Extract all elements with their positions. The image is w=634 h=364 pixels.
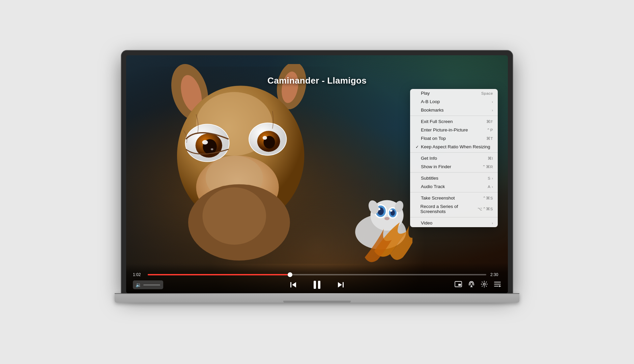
separator-2 xyxy=(410,152,498,153)
center-controls xyxy=(287,277,347,292)
laptop-screen-outer: Caminander - Llamigos Play Space xyxy=(121,51,513,293)
menu-label-subtitles: Subtitles xyxy=(421,176,438,181)
menu-item-play[interactable]: Play Space xyxy=(410,89,498,97)
svg-rect-41 xyxy=(343,282,344,287)
volume-bar[interactable] xyxy=(143,284,160,285)
arrow-bookmarks: › xyxy=(492,108,493,112)
controls-bar: 1:02 2:30 🔉 xyxy=(126,263,508,293)
left-controls: 🔉 xyxy=(133,280,163,289)
laptop-base xyxy=(115,293,519,303)
svg-point-33 xyxy=(390,210,393,212)
separator-1 xyxy=(410,116,498,116)
separator-4 xyxy=(410,192,498,192)
svg-point-34 xyxy=(384,217,390,220)
volume-control[interactable]: 🔉 xyxy=(133,280,163,289)
laptop-screen: Caminander - Llamigos Play Space xyxy=(126,55,508,293)
menu-item-record-screenshots[interactable]: Record a Series of Screenshots ⌥⌃⌘S xyxy=(410,202,498,216)
progress-row: 1:02 2:30 xyxy=(133,272,501,277)
menu-label-screenshot: Take Screenshot xyxy=(421,195,455,201)
menu-item-video[interactable]: Video › xyxy=(410,219,498,227)
progress-bar[interactable] xyxy=(148,274,486,275)
svg-rect-37 xyxy=(290,282,291,287)
svg-point-23 xyxy=(202,187,266,245)
shortcut-info: ⌘I xyxy=(488,156,493,161)
svg-marker-42 xyxy=(338,282,342,287)
shortcut-audio: A xyxy=(488,185,490,189)
menu-item-get-info[interactable]: Get Info ⌘I xyxy=(410,154,498,162)
context-menu: Play Space A-B Loop › xyxy=(410,89,498,227)
svg-point-12 xyxy=(211,148,213,150)
scene-illustration xyxy=(126,64,412,266)
video-title: Caminander - Llamigos xyxy=(267,75,367,86)
menu-label-video: Video xyxy=(421,220,432,225)
shortcut-pip: ⌃P xyxy=(487,128,493,132)
menu-item-pip[interactable]: Enter Picture-in-Picture ⌃P xyxy=(410,126,498,134)
separator-3 xyxy=(410,172,498,173)
menu-label-show-finder: Show in Finder xyxy=(421,164,451,169)
svg-rect-39 xyxy=(314,281,316,289)
total-time: 2:30 xyxy=(490,272,501,277)
shortcut-subtitles: S xyxy=(488,176,490,180)
pip-button[interactable] xyxy=(455,281,462,289)
settings-button[interactable] xyxy=(481,281,488,289)
menu-label-record-screenshots: Record a Series of Screenshots xyxy=(420,204,478,214)
arrow-ab-loop: › xyxy=(492,100,493,104)
shortcut-float: ⌘T xyxy=(486,136,493,141)
checkmark-aspect: ✓ xyxy=(415,145,420,149)
menu-label-keep-aspect: Keep Aspect Ratio When Resizing xyxy=(421,144,490,149)
arrow-audio: › xyxy=(492,185,493,189)
arrow-video: › xyxy=(492,221,493,225)
menu-item-keep-aspect[interactable]: ✓ Keep Aspect Ratio When Resizing xyxy=(410,143,498,151)
laptop-wrapper: Caminander - Llamigos Play Space xyxy=(115,51,519,313)
svg-marker-46 xyxy=(470,285,473,287)
svg-marker-51 xyxy=(499,285,501,287)
arrow-subtitles: › xyxy=(492,176,493,180)
svg-marker-38 xyxy=(292,282,296,287)
menu-item-float-on-top[interactable]: Float on Top ⌘T xyxy=(410,134,498,143)
menu-item-show-finder[interactable]: Show in Finder ⌃⌘R xyxy=(410,162,498,171)
menu-item-bookmarks[interactable]: Bookmarks › xyxy=(410,106,498,114)
menu-item-audio-track[interactable]: Audio Track A › xyxy=(410,182,498,191)
shortcut-record: ⌥⌃⌘S xyxy=(478,207,493,211)
menu-label-bookmarks: Bookmarks xyxy=(421,108,444,113)
menu-item-screenshot[interactable]: Take Screenshot ⌃⌘S xyxy=(410,194,498,202)
buttons-row: 🔉 xyxy=(133,280,501,289)
shortcut-play: Space xyxy=(481,91,493,95)
progress-fill xyxy=(148,274,290,275)
svg-rect-40 xyxy=(318,281,320,289)
airplay-button[interactable] xyxy=(468,281,475,289)
separator-5 xyxy=(410,217,498,217)
menu-item-exit-fullscreen[interactable]: Exit Full Screen ⌘F xyxy=(410,117,498,126)
svg-point-17 xyxy=(263,136,267,140)
next-chapter-button[interactable] xyxy=(335,279,347,291)
menu-item-subtitles[interactable]: Subtitles S › xyxy=(410,174,498,182)
menu-label-audio-track: Audio Track xyxy=(421,184,445,189)
menu-label-pip: Enter Picture-in-Picture xyxy=(421,127,468,132)
menu-label-ab-loop: A-B Loop xyxy=(421,99,440,104)
menu-label-get-info: Get Info xyxy=(421,156,437,161)
svg-point-47 xyxy=(483,283,485,285)
shortcut-finder: ⌃⌘R xyxy=(482,164,493,169)
svg-point-11 xyxy=(202,140,208,144)
svg-rect-44 xyxy=(458,284,461,286)
shortcut-exit-fs: ⌘F xyxy=(486,119,493,124)
prev-chapter-button[interactable] xyxy=(287,279,299,291)
menu-label-float-on-top: Float on Top xyxy=(421,136,446,141)
menu-label-exit-fullscreen: Exit Full Screen xyxy=(421,119,453,124)
right-controls xyxy=(455,281,501,289)
progress-thumb xyxy=(288,272,292,277)
playlist-button[interactable] xyxy=(494,281,501,289)
pause-button[interactable] xyxy=(310,277,324,292)
shortcut-screenshot: ⌃⌘S xyxy=(483,196,493,201)
volume-icon: 🔉 xyxy=(136,282,141,287)
menu-label-play: Play xyxy=(421,91,430,96)
menu-item-ab-loop[interactable]: A-B Loop › xyxy=(410,97,498,106)
current-time: 1:02 xyxy=(133,272,144,277)
